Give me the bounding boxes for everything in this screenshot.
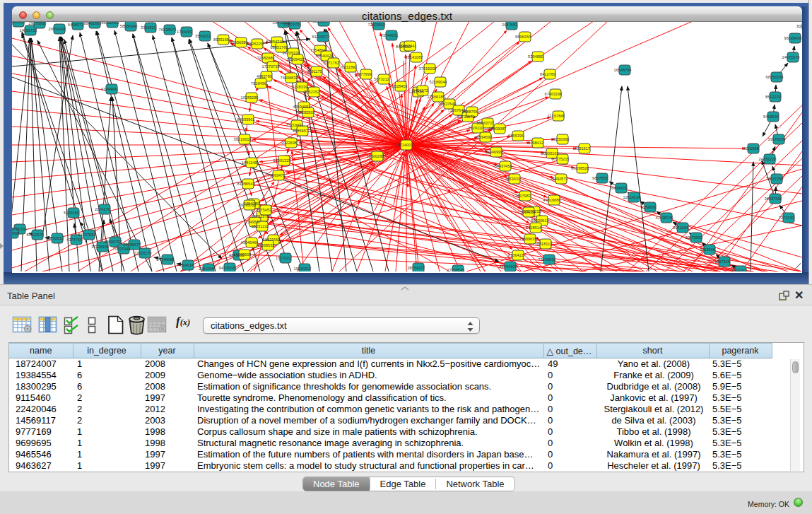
- svg-text:5159166: 5159166: [64, 211, 79, 215]
- svg-text:5456272: 5456272: [413, 88, 428, 93]
- svg-text:66792612: 66792612: [47, 236, 64, 240]
- svg-text:9153566: 9153566: [700, 247, 715, 252]
- svg-text:6855396: 6855396: [508, 134, 524, 138]
- svg-text:8351517: 8351517: [575, 146, 590, 151]
- svg-text:38754377: 38754377: [408, 266, 425, 270]
- svg-text:66661351: 66661351: [284, 22, 302, 26]
- svg-text:99038526: 99038526: [572, 166, 589, 170]
- svg-text:16818112: 16818112: [535, 242, 552, 246]
- svg-text:3564251: 3564251: [195, 34, 211, 38]
- svg-text:51837852: 51837852: [78, 233, 96, 237]
- svg-text:4965789: 4965789: [257, 74, 272, 78]
- svg-text:66851760: 66851760: [271, 45, 288, 49]
- svg-text:25492573: 25492573: [551, 177, 568, 181]
- svg-text:11297845: 11297845: [548, 114, 565, 118]
- svg-text:97705310: 97705310: [283, 51, 300, 55]
- svg-text:41568532: 41568532: [257, 243, 275, 247]
- svg-text:84593961: 84593961: [237, 117, 255, 122]
- svg-text:58586340: 58586340: [120, 24, 138, 28]
- svg-text:29175900: 29175900: [29, 22, 47, 25]
- svg-text:1841248: 1841248: [242, 160, 257, 165]
- svg-text:7818496: 7818496: [251, 81, 266, 86]
- svg-text:43528453: 43528453: [390, 84, 408, 88]
- svg-text:9937326: 9937326: [714, 259, 730, 264]
- svg-text:56020613: 56020613: [531, 218, 549, 223]
- svg-text:50603163: 50603163: [541, 151, 559, 156]
- svg-text:45594951: 45594951: [293, 105, 311, 109]
- svg-text:80823176: 80823176: [27, 233, 45, 237]
- svg-text:4694634: 4694634: [178, 263, 194, 267]
- svg-text:27566185: 27566185: [428, 95, 445, 99]
- svg-text:23141087: 23141087: [406, 55, 423, 59]
- svg-text:35556386: 35556386: [230, 40, 248, 45]
- svg-text:8412769: 8412769: [540, 72, 555, 76]
- svg-text:52462441: 52462441: [399, 44, 417, 48]
- svg-text:2375453: 2375453: [256, 208, 271, 212]
- svg-text:4191175: 4191175: [307, 69, 322, 74]
- svg-text:3607983: 3607983: [515, 194, 531, 198]
- svg-text:84346088: 84346088: [157, 257, 175, 262]
- svg-text:70597444: 70597444: [113, 247, 131, 251]
- svg-text:78137358: 78137358: [766, 177, 784, 181]
- svg-text:8215958: 8215958: [743, 146, 759, 151]
- svg-text:3253031: 3253031: [505, 177, 520, 181]
- svg-text:7728339: 7728339: [292, 85, 307, 89]
- svg-text:73993471: 73993471: [268, 173, 286, 177]
- svg-text:14055713: 14055713: [20, 28, 37, 33]
- svg-text:76238574: 76238574: [159, 28, 177, 32]
- svg-text:86644106: 86644106: [500, 264, 517, 269]
- svg-text:15917225: 15917225: [518, 210, 536, 214]
- svg-text:2022698: 2022698: [281, 141, 297, 145]
- svg-text:5428914: 5428914: [526, 226, 541, 230]
- svg-text:48250360: 48250360: [552, 137, 570, 141]
- svg-text:20752378: 20752378: [252, 214, 269, 218]
- svg-text:8612220: 8612220: [765, 95, 781, 99]
- svg-text:94705205: 94705205: [219, 266, 237, 270]
- svg-text:88461803: 88461803: [84, 22, 102, 25]
- svg-text:26090908: 26090908: [234, 252, 252, 257]
- svg-text:88320463: 88320463: [102, 22, 119, 25]
- svg-text:42138745: 42138745: [656, 216, 673, 220]
- svg-text:38609087: 38609087: [489, 127, 507, 131]
- svg-text:97775215: 97775215: [552, 157, 570, 161]
- svg-text:74606833: 74606833: [281, 76, 298, 80]
- svg-text:2087682: 2087682: [502, 23, 517, 27]
- svg-text:82070937: 82070937: [797, 24, 802, 28]
- svg-text:20691406: 20691406: [49, 27, 66, 31]
- svg-text:27758595: 27758595: [447, 268, 465, 271]
- svg-text:68353204: 68353204: [766, 75, 784, 79]
- svg-text:5673212: 5673212: [374, 77, 389, 81]
- svg-text:23209423: 23209423: [287, 57, 305, 62]
- svg-text:19121552: 19121552: [263, 238, 281, 242]
- svg-text:43046464: 43046464: [241, 240, 259, 245]
- svg-text:67403166: 67403166: [545, 92, 563, 96]
- svg-text:7754864: 7754864: [310, 48, 326, 52]
- svg-text:48285503: 48285503: [298, 110, 315, 115]
- svg-text:4374754: 4374754: [66, 238, 82, 242]
- svg-text:8077999: 8077999: [356, 72, 372, 76]
- svg-text:5394880: 5394880: [528, 54, 543, 59]
- svg-text:37415205: 37415205: [419, 66, 437, 71]
- svg-text:2229110: 2229110: [468, 126, 483, 130]
- svg-text:3154051: 3154051: [731, 269, 746, 271]
- svg-text:72682989: 72682989: [257, 56, 275, 60]
- svg-text:12614124: 12614124: [623, 195, 641, 199]
- svg-text:43744231: 43744231: [381, 33, 399, 37]
- svg-text:32162965: 32162965: [12, 231, 19, 235]
- svg-text:70211891: 70211891: [340, 65, 357, 69]
- svg-text:68800797: 68800797: [105, 240, 122, 244]
- svg-text:96028436: 96028436: [784, 36, 802, 40]
- svg-text:3320821: 3320821: [141, 25, 156, 30]
- svg-text:18300295: 18300295: [367, 154, 384, 158]
- svg-text:75319931: 75319931: [286, 123, 304, 127]
- svg-text:81286543: 81286543: [237, 182, 255, 186]
- svg-text:19510312: 19510312: [294, 267, 312, 271]
- svg-text:2626229: 2626229: [247, 42, 263, 46]
- svg-text:98231132: 98231132: [252, 224, 269, 228]
- svg-text:84437458: 84437458: [495, 164, 512, 168]
- svg-text:11049999: 11049999: [486, 150, 502, 154]
- svg-text:8935169: 8935169: [213, 37, 229, 42]
- svg-text:7089806: 7089806: [640, 205, 656, 209]
- svg-text:18724007: 18724007: [396, 143, 413, 147]
- svg-text:99788677: 99788677: [124, 243, 141, 247]
